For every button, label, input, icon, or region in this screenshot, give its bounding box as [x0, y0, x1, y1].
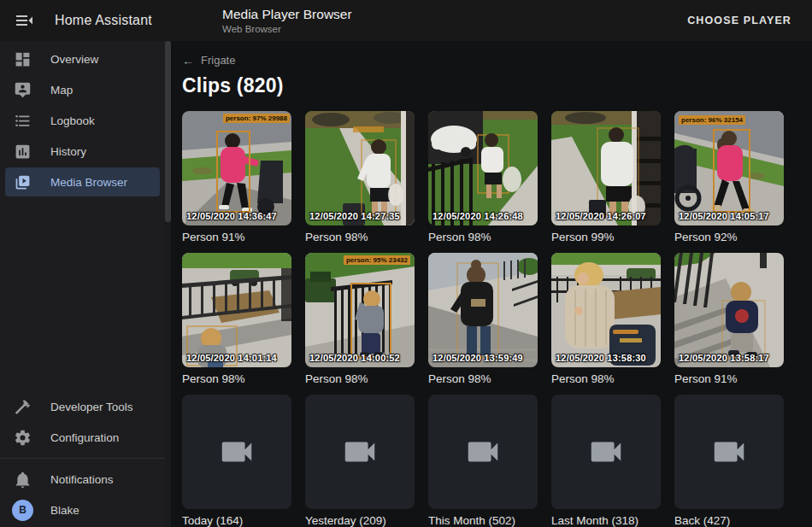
folder-card-last-month[interactable]: Last Month (318): [551, 395, 661, 527]
video-camera-icon: [463, 432, 503, 471]
sidebar-item-logbook[interactable]: Logbook: [5, 106, 160, 135]
sidebar-item-configuration[interactable]: Configuration: [5, 423, 160, 452]
clip-timestamp: 12/05/2020 13:58:17: [679, 353, 769, 363]
clip-thumbnail-image: person: 96% 32154 12/05/2020 14:05:17: [674, 111, 784, 225]
video-camera-icon: [586, 432, 626, 471]
list-icon: [14, 112, 32, 130]
clip-thumbnail-image: person: 97% 29988 12/05/2020 14:36:47: [182, 111, 291, 225]
clip-thumbnail-image: 12/05/2020 14:26:48: [428, 111, 538, 225]
scrollbar-thumb[interactable]: [165, 41, 171, 222]
sidebar-item-label: Overview: [50, 53, 98, 66]
sidebar-item-label: Notifications: [50, 473, 114, 486]
folder-caption: This Month (502): [428, 514, 538, 527]
clip-thumbnail-image: 12/05/2020 13:58:30: [551, 253, 661, 367]
clip-card[interactable]: 12/05/2020 13:59:49 Person 98%: [428, 253, 538, 385]
sidebar-item-overview[interactable]: Overview: [5, 44, 160, 73]
play-box-multiple-icon: [14, 173, 32, 191]
folder-card-back[interactable]: Back (427): [674, 395, 784, 527]
detection-label: person: 97% 29988: [223, 114, 290, 123]
folder-card-yesterday[interactable]: Yesterday (209): [305, 395, 415, 527]
clip-timestamp: 12/05/2020 14:27:35: [309, 211, 400, 221]
folder-thumbnail: [551, 395, 661, 509]
header-titles: Media Player Browser Web Browser: [222, 7, 352, 34]
chart-box-icon: [14, 143, 32, 161]
clip-timestamp: 12/05/2020 14:26:48: [432, 211, 523, 221]
sidebar-item-label: History: [50, 145, 86, 158]
clip-caption: Person 98%: [305, 372, 415, 385]
folder-thumbnail: [182, 395, 291, 509]
clip-thumbnail-image: 12/05/2020 13:59:49: [428, 253, 538, 367]
clip-timestamp: 12/05/2020 14:05:17: [679, 211, 769, 221]
gear-icon: [14, 429, 32, 447]
clip-card[interactable]: person: 97% 29988 12/05/2020 14:36:47 Pe…: [182, 111, 291, 243]
sidebar-item-notifications[interactable]: Notifications: [5, 465, 160, 494]
page-header-title: Media Player Browser: [222, 7, 352, 22]
app-title: Home Assistant: [55, 13, 152, 28]
menu-open-icon[interactable]: [14, 10, 34, 31]
page-header-subtitle: Web Browser: [222, 24, 352, 34]
main-content: ← Frigate Clips (820): [165, 41, 812, 527]
sidebar-divider: [0, 458, 165, 459]
sidebar: Overview Map Logbook History Media Brows…: [0, 41, 165, 527]
clip-caption: Person 99%: [551, 231, 661, 243]
clip-card[interactable]: person: 96% 32154 12/05/2020 14:05:17 Pe…: [674, 111, 784, 243]
clip-card[interactable]: 12/05/2020 14:01:14 Person 98%: [182, 253, 291, 385]
top-bar: Home Assistant Media Player Browser Web …: [0, 0, 812, 41]
video-camera-icon: [340, 432, 380, 471]
detection-label: person: 95% 23432: [344, 255, 410, 265]
sidebar-item-map[interactable]: Map: [5, 75, 160, 104]
back-link-label: Frigate: [201, 54, 235, 67]
clip-caption: Person 91%: [674, 372, 784, 385]
clip-thumbnail-image: 12/05/2020 14:27:35: [305, 111, 415, 225]
folder-card-this-month[interactable]: This Month (502): [428, 395, 538, 527]
folder-caption: Last Month (318): [551, 514, 661, 527]
sidebar-item-developer-tools[interactable]: Developer Tools: [5, 392, 160, 421]
sidebar-item-media-browser[interactable]: Media Browser: [5, 167, 160, 196]
clip-thumbnail-image: 12/05/2020 13:58:17: [674, 253, 784, 367]
clip-caption: Person 98%: [305, 231, 415, 243]
folder-thumbnail: [428, 395, 538, 509]
clip-timestamp: 12/05/2020 13:59:49: [432, 353, 523, 363]
sidebar-header: Home Assistant: [0, 10, 165, 31]
detection-label: person: 96% 32154: [679, 115, 745, 125]
folder-thumbnail: [674, 395, 784, 509]
folder-thumbnail: [305, 395, 415, 509]
clip-thumbnail-image: person: 95% 23432 12/05/2020 14:00:52: [305, 253, 415, 367]
video-camera-icon: [217, 432, 256, 471]
bell-icon: [14, 471, 32, 489]
folder-caption: Back (427): [674, 514, 784, 527]
scrollbar[interactable]: [165, 41, 171, 527]
clip-timestamp: 12/05/2020 13:58:30: [556, 353, 646, 363]
clip-caption: Person 98%: [428, 372, 538, 385]
clip-card[interactable]: person: 95% 23432 12/05/2020 14:00:52 Pe…: [305, 253, 415, 385]
dashboard-icon: [14, 50, 32, 68]
choose-player-button[interactable]: CHOOSE PLAYER: [682, 8, 797, 33]
sidebar-item-label: Configuration: [50, 431, 119, 444]
clip-card[interactable]: 12/05/2020 14:26:48 Person 98%: [428, 111, 538, 243]
home-assistant-app: Home Assistant Media Player Browser Web …: [0, 0, 812, 527]
hammer-icon: [14, 398, 32, 416]
clip-caption: Person 91%: [182, 231, 291, 243]
back-link-frigate[interactable]: ← Frigate: [182, 54, 235, 67]
sidebar-item-label: Developer Tools: [50, 401, 133, 413]
clip-thumbnail-image: 12/05/2020 14:01:14: [182, 253, 291, 367]
clip-card[interactable]: 12/05/2020 14:26:07 Person 99%: [551, 111, 661, 243]
sidebar-item-label: Media Browser: [50, 176, 127, 189]
clip-timestamp: 12/05/2020 14:00:52: [309, 353, 400, 363]
back-arrow-icon: ←: [182, 55, 194, 67]
clip-caption: Person 98%: [428, 231, 538, 243]
clip-card[interactable]: 12/05/2020 13:58:17 Person 91%: [674, 253, 784, 385]
clip-card[interactable]: 12/05/2020 13:58:30 Person 98%: [551, 253, 661, 385]
folder-card-today[interactable]: Today (164): [182, 395, 291, 527]
map-account-icon: [14, 81, 32, 99]
sidebar-item-label: Logbook: [50, 114, 95, 127]
clip-caption: Person 98%: [182, 372, 291, 385]
sidebar-item-label: Map: [50, 84, 73, 97]
sidebar-item-history[interactable]: History: [5, 137, 160, 166]
clip-card[interactable]: 12/05/2020 14:27:35 Person 98%: [305, 111, 415, 243]
clip-caption: Person 98%: [551, 372, 661, 385]
clips-grid: person: 97% 29988 12/05/2020 14:36:47 Pe…: [182, 111, 795, 527]
sidebar-item-user[interactable]: B Blake: [5, 495, 160, 524]
clip-timestamp: 12/05/2020 14:36:47: [186, 211, 277, 221]
clip-caption: Person 92%: [674, 231, 784, 243]
